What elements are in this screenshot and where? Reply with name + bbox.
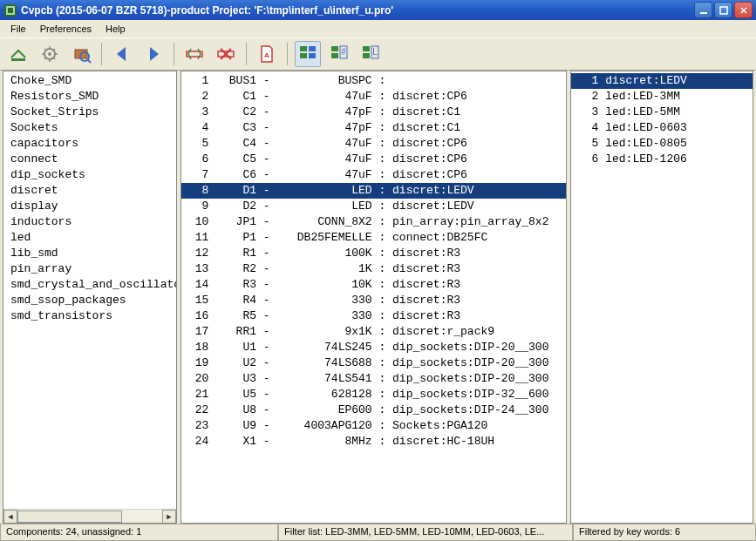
settings-button[interactable] <box>37 41 63 67</box>
status-components: Components: 24, unassigned: 1 <box>0 524 278 541</box>
svg-rect-23 <box>363 53 370 58</box>
component-panel: 1 BUS1 - BUSPC : 2 C1 - 47uF : discret:C… <box>180 71 567 524</box>
library-item[interactable]: smd_transistors <box>3 308 176 324</box>
svg-rect-15 <box>300 53 307 58</box>
component-row[interactable]: 13 R2 - 1K : discret:R3 <box>181 261 566 277</box>
component-row[interactable]: 9 D2 - LED : discret:LEDV <box>181 199 566 214</box>
library-item[interactable]: Choke_SMD <box>3 73 176 89</box>
footprint-row[interactable]: 5 led:LED-0805 <box>571 136 753 152</box>
component-row[interactable]: 16 R5 - 330 : discret:R3 <box>181 308 566 324</box>
library-item[interactable]: smd_crystal_and_oscillator <box>3 277 176 293</box>
svg-text:L: L <box>372 47 378 57</box>
component-row[interactable]: 21 U5 - 628128 : dip_sockets:DIP-32__600 <box>181 387 566 402</box>
svg-rect-19 <box>331 53 338 58</box>
menu-help[interactable]: Help <box>99 22 133 36</box>
library-item[interactable]: Socket_Strips <box>3 105 176 120</box>
prev-button[interactable] <box>109 41 135 67</box>
auto-associate-button[interactable] <box>181 41 208 67</box>
menubar: File Preferences Help <box>0 20 756 37</box>
component-row[interactable]: 6 C5 - 47uF : discret:CP6 <box>181 152 566 167</box>
footprint-list[interactable]: 1 discret:LEDV 2 led:LED-3MM 3 led:LED-5… <box>571 71 753 523</box>
minimize-button[interactable] <box>694 2 712 18</box>
titlebar: Cvpcb (2015-06-07 BZR 5718)-product Proj… <box>0 0 756 20</box>
app-icon <box>3 3 17 17</box>
component-row[interactable]: 5 C4 - 47uF : discret:CP6 <box>181 136 566 152</box>
svg-rect-16 <box>309 46 316 51</box>
footprint-row[interactable]: 2 led:LED-3MM <box>571 89 753 105</box>
library-item[interactable]: capacitors <box>3 136 176 152</box>
svg-rect-5 <box>11 58 25 61</box>
component-row[interactable]: 18 U1 - 74LS245 : dip_sockets:DIP-20__30… <box>181 340 566 355</box>
status-filter-list: Filter list: LED-3MM, LED-5MM, LED-10MM,… <box>278 524 573 541</box>
library-item[interactable]: Resistors_SMD <box>3 89 176 105</box>
view-footprint-button[interactable] <box>68 41 94 67</box>
scroll-left-icon[interactable]: ◄ <box>3 510 17 524</box>
filter-pin-count-button[interactable]: # <box>326 41 352 67</box>
component-row[interactable]: 8 D1 - LED : discret:LEDV <box>181 183 566 199</box>
statusbar: Components: 24, unassigned: 1 Filter lis… <box>0 524 756 541</box>
library-item[interactable]: Sockets <box>3 120 176 136</box>
svg-rect-14 <box>300 46 307 51</box>
library-item[interactable]: dip_sockets <box>3 167 176 183</box>
component-row[interactable]: 11 P1 - DB25FEMELLE : connect:DB25FC <box>181 230 566 246</box>
component-row[interactable]: 15 R4 - 330 : discret:R3 <box>181 293 566 308</box>
svg-point-7 <box>48 52 51 56</box>
library-item[interactable]: lib_smd <box>3 246 176 261</box>
footprint-row[interactable]: 6 led:LED-1206 <box>571 152 753 167</box>
svg-rect-17 <box>309 53 316 58</box>
window-title: Cvpcb (2015-06-07 BZR 5718)-product Proj… <box>21 4 694 17</box>
scroll-right-icon[interactable]: ► <box>162 510 176 524</box>
component-row[interactable]: 10 JP1 - CONN_8X2 : pin_array:pin_array_… <box>181 214 566 230</box>
component-row[interactable]: 22 U8 - EP600 : dip_sockets:DIP-24__300 <box>181 402 566 418</box>
component-row[interactable]: 23 U9 - 4003APG120 : Sockets:PGA120 <box>181 418 566 434</box>
next-button[interactable] <box>140 41 167 67</box>
component-row[interactable]: 19 U2 - 74LS688 : dip_sockets:DIP-20__30… <box>181 355 566 371</box>
component-row[interactable]: 14 R3 - 10K : discret:R3 <box>181 277 566 293</box>
svg-text:A: A <box>264 51 269 59</box>
footprint-row[interactable]: 3 led:LED-5MM <box>571 105 753 120</box>
library-item[interactable]: inductors <box>3 214 176 230</box>
svg-rect-18 <box>331 46 338 51</box>
library-item[interactable]: pin_array <box>3 261 176 277</box>
component-row[interactable]: 7 C6 - 47uF : discret:CP6 <box>181 167 566 183</box>
component-row[interactable]: 4 C3 - 47pF : discret:C1 <box>181 120 566 136</box>
content-area: Choke_SMDResistors_SMDSocket_StripsSocke… <box>3 71 753 524</box>
delete-associations-button[interactable] <box>213 41 239 67</box>
maximize-button[interactable] <box>714 2 732 18</box>
svg-rect-4 <box>720 7 727 14</box>
filter-library-button[interactable]: L <box>358 41 384 67</box>
scroll-thumb[interactable] <box>17 511 122 523</box>
component-row[interactable]: 20 U3 - 74LS541 : dip_sockets:DIP-20__30… <box>181 371 566 387</box>
menu-preferences[interactable]: Preferences <box>33 22 99 36</box>
component-row[interactable]: 24 X1 - 8MHz : discret:HC-18UH <box>181 434 566 450</box>
component-row[interactable]: 12 R1 - 100K : discret:R3 <box>181 246 566 261</box>
save-button[interactable] <box>5 41 31 67</box>
library-item[interactable]: connect <box>3 152 176 167</box>
svg-text:#: # <box>341 47 346 57</box>
footprint-row[interactable]: 4 led:LED-0603 <box>571 120 753 136</box>
datasheet-button[interactable]: A <box>254 41 280 67</box>
component-row[interactable]: 1 BUS1 - BUSPC : <box>181 73 566 89</box>
toolbar: A # L <box>0 37 756 71</box>
svg-rect-22 <box>363 46 370 51</box>
library-item[interactable]: led <box>3 230 176 246</box>
library-item[interactable]: discret <box>3 183 176 199</box>
footprint-panel: 1 discret:LEDV 2 led:LED-3MM 3 led:LED-5… <box>570 71 753 524</box>
library-panel: Choke_SMDResistors_SMDSocket_StripsSocke… <box>3 71 177 524</box>
library-list[interactable]: Choke_SMDResistors_SMDSocket_StripsSocke… <box>3 71 176 509</box>
close-button[interactable] <box>734 2 753 18</box>
library-item[interactable]: display <box>3 199 176 214</box>
component-row[interactable]: 2 C1 - 47uF : discret:CP6 <box>181 89 566 105</box>
svg-rect-3 <box>700 12 707 14</box>
menu-file[interactable]: File <box>3 22 33 36</box>
footprint-row[interactable]: 1 discret:LEDV <box>571 73 753 89</box>
component-row[interactable]: 17 RR1 - 9x1K : discret:r_pack9 <box>181 324 566 340</box>
component-list[interactable]: 1 BUS1 - BUSPC : 2 C1 - 47uF : discret:C… <box>181 71 566 523</box>
component-row[interactable]: 3 C2 - 47pF : discret:C1 <box>181 105 566 120</box>
scrollbar-horizontal[interactable]: ◄ ► <box>3 509 176 523</box>
library-item[interactable]: smd_ssop_packages <box>3 293 176 308</box>
svg-line-10 <box>87 59 91 63</box>
filter-footprint-list-button[interactable] <box>295 41 321 67</box>
status-filtered: Filtered by key words: 6 <box>573 524 756 541</box>
svg-rect-2 <box>8 8 13 13</box>
